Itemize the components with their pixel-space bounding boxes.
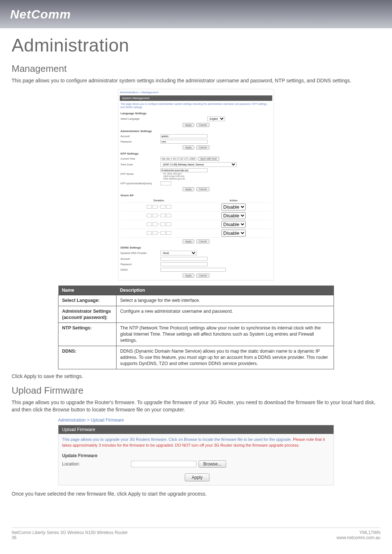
footer-url: www.netcomm.com.au [336,535,380,540]
ddns-account-label: Account [121,258,160,260]
apply-button[interactable]: Apply [183,145,194,149]
ntp-settings-header: NTP Settings [120,151,272,156]
ntp-server-label: NTP Server [121,173,160,175]
ddns-account-input[interactable] [160,257,208,261]
brand-logo: NetComm [10,7,71,21]
footer-doc-code: YML17WN [336,530,380,535]
cancel-button[interactable]: Cancel [196,187,209,191]
upload-firmware-intro: This page allows you to upgrade the Rout… [12,399,380,413]
location-input[interactable] [131,461,196,467]
password-label: Password [121,140,160,143]
upload-firmware-screenshot: Administration > Upload Firmware Upload … [58,418,334,485]
apply-button[interactable]: Apply [183,274,194,278]
time-input[interactable] [160,231,166,235]
time-input[interactable] [147,222,152,226]
time-input[interactable] [160,222,166,226]
apply-button[interactable]: Apply [183,187,194,191]
management-heading: Management [12,63,380,74]
table-row: ~ Disable [121,220,271,229]
action-column-header: Action [196,198,271,203]
ddns-provider-dropdown[interactable]: None [160,251,197,255]
password-input[interactable] [160,140,208,144]
time-input[interactable] [147,231,152,235]
sync-host-button[interactable]: Sync with host [198,157,219,161]
table-row: ~ Disable [121,229,271,237]
ddns-name-input[interactable] [160,268,226,272]
account-label: Account [121,135,160,138]
time-input[interactable] [152,205,158,209]
time-input[interactable] [152,214,158,217]
location-label: Location: [62,461,131,467]
breadcrumb: Administration > Upload Firmware [58,418,334,423]
ntp-sync-label: NTP synchronization(hours) [121,182,160,185]
management-screenshot: Administration > Management System Manag… [118,89,274,280]
upload-after-note: Once you have selected the new firmware … [12,491,380,498]
time-input[interactable] [166,231,171,235]
ntp-sync-input[interactable] [160,181,171,185]
panel-desc: This page allows you to upgrade your 3G … [58,434,334,451]
page-content: Administration Management This page allo… [0,28,392,513]
upload-firmware-heading: Upload Firmware [12,385,380,396]
panel-title: Upload Firmware [58,425,334,434]
panel-desc: This page allows you to configure admini… [120,101,272,110]
admin-settings-header: Administrator Settings [120,128,272,134]
time-input[interactable] [147,205,152,209]
time-input[interactable] [147,214,152,217]
ntp-hint: time.stdtime.gov.tw [160,177,208,180]
select-language-label: Select Language [121,118,160,120]
time-input[interactable] [160,214,166,217]
name-column-header: Name [58,286,117,295]
time-input[interactable] [166,214,171,217]
panel-title: System Management [120,95,272,101]
current-time-value: Sat Jan 1 02:17:32 UTC 2000 [160,157,196,161]
green-ap-header: Green AP [120,192,272,198]
account-input[interactable] [160,134,208,138]
select-language-dropdown[interactable]: English [207,116,225,121]
ntp-hint: ex: time.nist.gov [160,172,208,175]
time-input[interactable] [166,222,171,226]
apply-button[interactable]: Apply [183,123,194,127]
current-time-label: Current Time [121,157,160,160]
action-dropdown[interactable]: Disable [221,204,246,210]
time-input[interactable] [166,205,171,209]
ddns-password-input[interactable] [160,262,208,266]
page-title: Administration [12,35,380,56]
ddns-name-label: DDNS [121,268,160,271]
browse-button[interactable]: Browse... [199,460,226,468]
time-input[interactable] [152,231,158,235]
management-intro: This page allows you to configure admini… [12,77,380,85]
apply-button[interactable]: Apply [185,473,209,481]
duration-column-header: Duration [121,198,196,203]
language-settings-header: Language Settings [120,110,272,116]
timezone-dropdown[interactable]: (GMT-11:00) Midway Island, Samoa [160,162,237,167]
description-column-header: Description [117,286,334,295]
footer-divider [12,528,380,528]
footer-page-number: 36 [12,535,128,540]
time-input[interactable] [160,205,166,209]
description-table: Name Description Select Language:Select … [58,286,334,369]
cancel-button[interactable]: Cancel [196,145,209,149]
action-dropdown[interactable]: Disable [221,212,246,219]
table-row: ~ Disable [121,202,271,211]
table-row: DDNS:DDNS (Dynamic Domain Name Service) … [58,346,334,369]
apply-button[interactable]: Apply [183,239,194,243]
time-input[interactable] [152,222,158,226]
action-dropdown[interactable]: Disable [221,221,246,228]
ddns-settings-header: DDNS Settings [120,245,272,250]
page-footer: NetComm Liberty Series 3G Wireless N150 … [0,530,392,547]
action-dropdown[interactable]: Disable [221,230,246,237]
table-row: ~ Disable [121,211,271,220]
green-ap-table: Duration Action ~ Disable ~ Disable ~ Di… [121,198,271,238]
footer-product-name: NetComm Liberty Series 3G Wireless N150 … [12,530,128,535]
ddns-provider-label: Dynamic DNS Provider [121,252,160,254]
ddns-password-label: Password [121,263,160,266]
breadcrumb: Administration > Management [120,91,272,94]
cancel-button[interactable]: Cancel [196,274,209,278]
table-row: NTP Settings:The NTP (Network Time Proto… [58,323,334,346]
timezone-label: Time Zone: [121,163,160,166]
cancel-button[interactable]: Cancel [196,123,209,127]
ntp-hint: ntp0.broad.mit.edu [160,175,208,177]
ntp-server-input[interactable] [160,168,208,172]
brand-header: NetComm [0,0,392,28]
cancel-button[interactable]: Cancel [196,239,209,243]
